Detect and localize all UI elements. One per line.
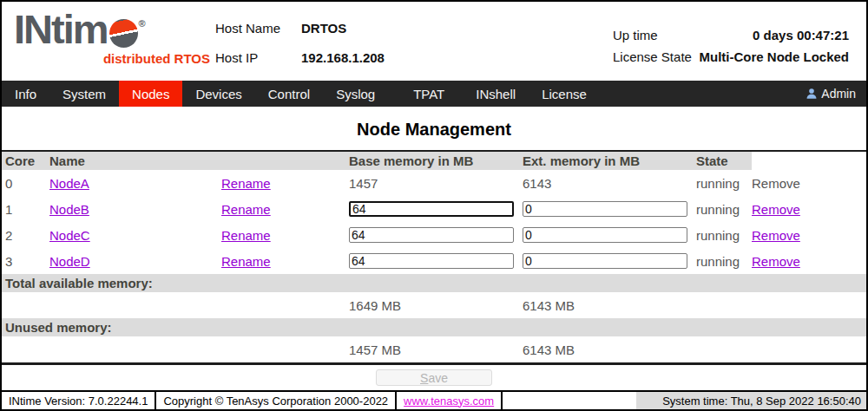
footer-spacer [503,392,636,409]
nav-item-inshell[interactable]: INshell [463,81,529,107]
system-info: Up time 0 days 00:47:21 License State Mu… [613,28,849,71]
rename-link[interactable]: Rename [221,176,271,191]
core-id: 3 [2,254,49,269]
tenasys-link[interactable]: www.tenasys.com [404,395,494,408]
col-header-state: State [696,153,752,168]
total-available-row: 1649 MB 6143 MB [2,292,866,318]
ext-memory-input[interactable] [523,201,687,217]
footer-copyright: Copyright © TenAsys Corporation 2000-202… [156,392,397,409]
main-nav: Info System Nodes Devices Control Syslog… [2,81,866,107]
uptime-value: 0 days 00:47:21 [753,28,849,42]
base-memory-value: 1457 [349,176,523,191]
page: INtim ® distributed RTOS Host Name DRTOS… [0,0,868,411]
nav-item-system[interactable]: System [49,81,119,107]
footer-version: INtime Version: 7.0.22244.1 [2,392,156,409]
host-info: Host Name DRTOS Host IP 192.168.1.208 [215,21,385,80]
unused-ext-value: 6143 MB [523,342,696,357]
state-value: running [696,228,752,243]
host-name-label: Host Name [215,21,301,36]
ext-memory-input[interactable] [523,227,687,243]
base-memory-input[interactable] [349,227,514,243]
remove-disabled-label: Remove [752,176,866,191]
total-ext-value: 6143 MB [523,298,696,313]
nav-item-control[interactable]: Control [255,81,323,107]
footer-system-time: System time: Thu, 8 Sep 2022 16:50:40 [636,392,866,409]
host-name-value: DRTOS [301,21,346,36]
remove-link[interactable]: Remove [752,228,800,243]
core-id: 2 [2,228,49,243]
node-row-3: 3 NodeD Rename running Remove [2,248,866,274]
node-name-link[interactable]: NodeA [49,176,89,191]
state-value: running [696,254,752,269]
nav-item-syslog[interactable]: Syslog [323,81,388,107]
state-value: running [696,176,752,191]
logo-tagline: distributed RTOS [14,51,214,66]
core-id: 1 [2,202,49,217]
core-id: 0 [2,176,49,191]
col-header-core: Core [2,153,49,168]
nav-item-tpat[interactable]: TPAT [400,81,457,107]
unused-base-value: 1457 MB [349,342,523,357]
admin-label: Admin [821,87,856,101]
node-table: Core Name Base memory in MB Ext. memory … [2,150,866,365]
registered-mark: ® [139,18,146,29]
logo-text: INtim [14,9,108,49]
rename-link[interactable]: Rename [221,254,271,269]
ext-memory-value: 6143 [523,176,696,191]
total-base-value: 1649 MB [349,298,523,313]
ext-memory-input[interactable] [523,253,687,269]
base-memory-input[interactable] [349,253,514,269]
node-row-2: 2 NodeC Rename running Remove [2,222,866,248]
intime-logo: INtim ® distributed RTOS [14,9,214,66]
host-ip-label: Host IP [215,50,301,65]
node-row-1: 1 NodeB Rename running Remove [2,196,866,222]
rename-link[interactable]: Rename [221,202,271,217]
node-name-link[interactable]: NodeD [49,254,90,269]
rename-link[interactable]: Rename [221,228,271,243]
table-header-row: Core Name Base memory in MB Ext. memory … [2,152,866,170]
remove-link[interactable]: Remove [752,202,800,217]
top-header: INtim ® distributed RTOS Host Name DRTOS… [2,2,866,81]
page-title: Node Management [2,120,866,140]
save-bar: Save [2,365,866,390]
person-icon [806,88,818,100]
admin-user[interactable]: Admin [806,81,866,107]
logo-e-icon [109,19,138,48]
remove-link[interactable]: Remove [752,254,800,269]
unused-memory-row: 1457 MB 6143 MB [2,336,866,362]
license-state-label: License State [613,49,692,64]
col-header-base: Base memory in MB [349,153,523,168]
footer: INtime Version: 7.0.22244.1 Copyright © … [2,390,866,409]
base-memory-input[interactable] [349,201,514,217]
node-name-link[interactable]: NodeC [49,228,90,243]
uptime-label: Up time [613,28,658,42]
nav-item-info[interactable]: Info [2,81,49,107]
col-header-ext: Ext. memory in MB [523,153,696,168]
license-state-value: Multi-Core Node Locked [699,49,849,64]
node-row-0: 0 NodeA Rename 1457 6143 running Remove [2,170,866,196]
nav-item-devices[interactable]: Devices [182,81,254,107]
nav-item-nodes[interactable]: Nodes [119,81,182,107]
nav-item-license[interactable]: License [529,81,600,107]
node-name-link[interactable]: NodeB [49,202,89,217]
host-ip-value: 192.168.1.208 [301,50,385,65]
state-value: running [696,202,752,217]
unused-memory-label: Unused memory: [2,318,866,336]
total-available-label: Total available memory: [2,274,866,292]
col-header-name: Name [49,153,221,168]
save-button[interactable]: Save [376,369,492,386]
